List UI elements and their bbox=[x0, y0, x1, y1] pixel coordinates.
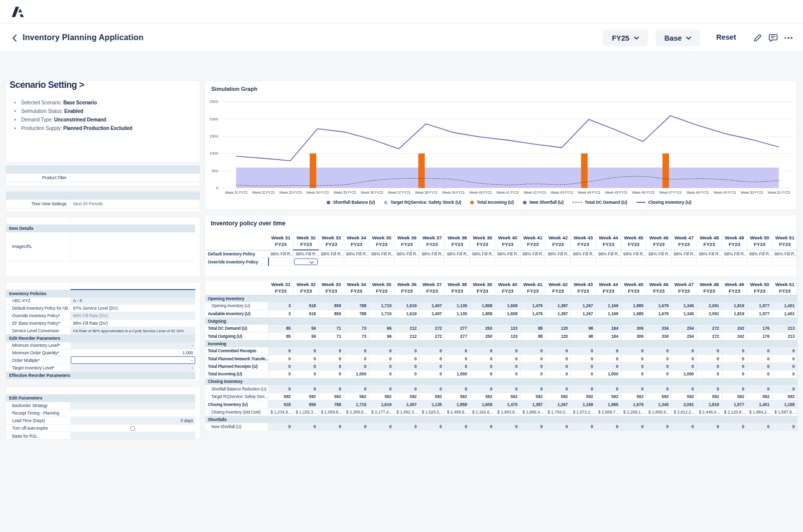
svg-text:Week 36 FY23: Week 36 FY23 bbox=[361, 191, 383, 195]
svg-text:Week 51 FY23: Week 51 FY23 bbox=[768, 191, 790, 195]
svg-text:Week 48 FY23: Week 48 FY23 bbox=[686, 191, 709, 195]
svg-text:1500: 1500 bbox=[209, 134, 218, 139]
svg-text:Week 40 FY23: Week 40 FY23 bbox=[469, 191, 492, 195]
svg-text:500: 500 bbox=[212, 169, 219, 173]
svg-text:Week 44 FY23: Week 44 FY23 bbox=[578, 191, 600, 195]
svg-text:Week 37 FY23: Week 37 FY23 bbox=[388, 191, 411, 195]
svg-text:Week 49 FY23: Week 49 FY23 bbox=[713, 191, 736, 195]
svg-text:Week 39 FY23: Week 39 FY23 bbox=[442, 191, 465, 195]
svg-text:Week 43 FY23: Week 43 FY23 bbox=[551, 191, 573, 195]
svg-text:Week 32 FY23: Week 32 FY23 bbox=[252, 191, 275, 195]
svg-text:Simulation Graph: Simulation Graph bbox=[211, 86, 257, 92]
svg-text:Week 45 FY23: Week 45 FY23 bbox=[605, 191, 627, 195]
svg-text:1000: 1000 bbox=[209, 151, 218, 156]
svg-text:Week 38 FY23: Week 38 FY23 bbox=[415, 191, 438, 195]
svg-text:Week 47 FY23: Week 47 FY23 bbox=[659, 191, 682, 195]
svg-text:Week 46 FY23: Week 46 FY23 bbox=[632, 191, 654, 195]
svg-text:2000: 2000 bbox=[209, 117, 218, 121]
svg-text:0: 0 bbox=[216, 186, 219, 190]
svg-text:Week 33 FY23: Week 33 FY23 bbox=[279, 191, 302, 195]
svg-text:2500: 2500 bbox=[209, 99, 218, 104]
svg-text:Week 34 FY23: Week 34 FY23 bbox=[306, 191, 329, 195]
svg-text:Week 42 FY23: Week 42 FY23 bbox=[523, 191, 546, 195]
svg-text:Week 31 FY23: Week 31 FY23 bbox=[225, 191, 247, 195]
svg-text:Week 50 FY23: Week 50 FY23 bbox=[740, 191, 763, 195]
svg-text:Week 35 FY23: Week 35 FY23 bbox=[333, 191, 356, 195]
svg-text:Week 41 FY23: Week 41 FY23 bbox=[496, 191, 519, 195]
